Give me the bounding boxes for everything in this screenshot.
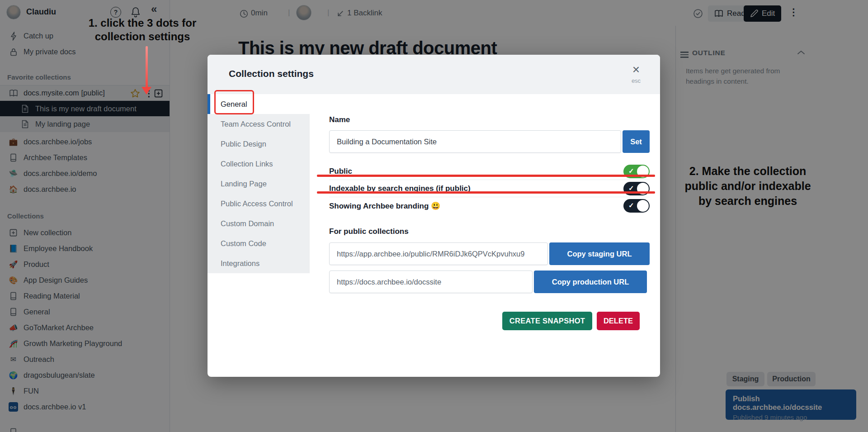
close-button[interactable]: × esc bbox=[626, 65, 646, 84]
tab-public-design[interactable]: Public Design bbox=[208, 134, 310, 154]
tab-custom-code[interactable]: Custom Code bbox=[208, 233, 310, 253]
public-toggle-row: Public ✓ bbox=[329, 163, 650, 180]
copy-production-url-button[interactable]: Copy production URL bbox=[534, 271, 647, 293]
branding-toggle[interactable]: ✓ bbox=[623, 199, 650, 213]
tab-public-access-control[interactable]: Public Access Control bbox=[208, 194, 310, 214]
settings-general-panel: Name Building a Documentation Site Set P… bbox=[329, 94, 650, 330]
app-root: Claudiu ? « Catch up My private docs Fav… bbox=[0, 0, 868, 432]
annotation-arrow-head-icon bbox=[142, 87, 151, 95]
branding-toggle-row: Showing Archbee branding 😃 ✓ bbox=[329, 197, 650, 214]
production-url-input[interactable]: https://docs.archbee.io/docssite bbox=[329, 271, 533, 293]
check-icon: ✓ bbox=[628, 184, 634, 192]
branding-toggle-label: Showing Archbee branding 😃 bbox=[329, 201, 440, 211]
tab-team-access-control[interactable]: Team Access Control bbox=[208, 114, 310, 134]
tab-integrations[interactable]: Integrations bbox=[208, 253, 310, 273]
set-name-button[interactable]: Set bbox=[623, 130, 650, 153]
modal-header: Collection settings × esc bbox=[208, 55, 660, 94]
tab-landing-page[interactable]: Landing Page bbox=[208, 174, 310, 194]
collection-name-input[interactable]: Building a Documentation Site bbox=[329, 130, 621, 153]
check-icon: ✓ bbox=[628, 201, 634, 209]
esc-hint: esc bbox=[626, 77, 646, 84]
indexable-toggle-row: Indexable by search engines (if public) … bbox=[329, 180, 650, 197]
tab-custom-domain[interactable]: Custom Domain bbox=[208, 214, 310, 233]
settings-tabs: General Team Access Control Public Desig… bbox=[208, 94, 310, 273]
annotation-step1: 1. click the 3 dots for collection setti… bbox=[68, 16, 217, 43]
copy-staging-url-button[interactable]: Copy staging URL bbox=[549, 242, 650, 265]
tab-collection-links[interactable]: Collection Links bbox=[208, 154, 310, 174]
annotation-step2: 2. Make the collection public and/or ind… bbox=[664, 164, 832, 209]
create-snapshot-button[interactable]: CREATE SNAPSHOT bbox=[502, 312, 592, 330]
annotation-underline-public bbox=[317, 175, 655, 177]
annotation-underline-indexable bbox=[317, 191, 655, 194]
collection-settings-modal: Collection settings × esc General Team A… bbox=[208, 55, 660, 377]
annotation-general-tab-box bbox=[214, 90, 254, 114]
check-icon: ✓ bbox=[628, 167, 634, 175]
staging-url-input[interactable]: https://app.archbee.io/public/RMR6iDJk6Q… bbox=[329, 242, 548, 265]
delete-collection-button[interactable]: DELETE bbox=[597, 312, 640, 330]
close-icon: × bbox=[626, 65, 646, 75]
annotation-arrow bbox=[146, 46, 148, 88]
public-collections-label: For public collections bbox=[329, 227, 650, 236]
modal-title: Collection settings bbox=[229, 68, 314, 79]
name-label: Name bbox=[329, 115, 650, 124]
